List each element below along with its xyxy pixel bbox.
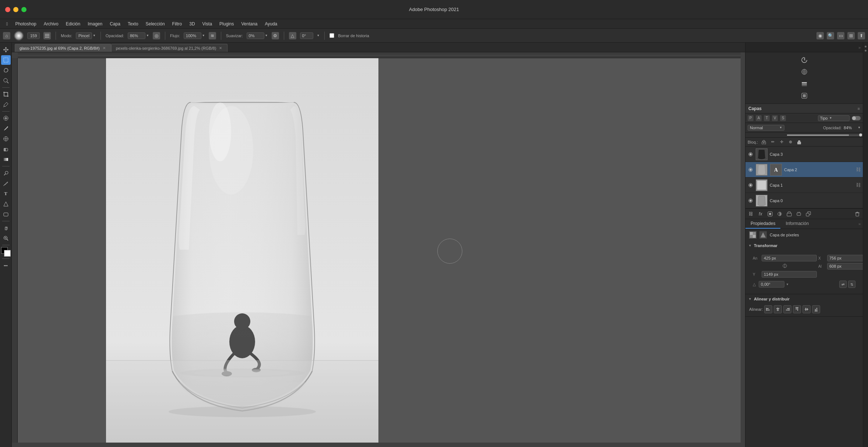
adjustments-icon[interactable] — [799, 91, 809, 101]
layers-small-icon[interactable] — [799, 79, 809, 89]
layer-vis-capa1[interactable] — [748, 182, 754, 188]
tool-zoom[interactable] — [1, 233, 11, 243]
angle-field[interactable] — [759, 281, 784, 288]
props-tab-info[interactable]: Información — [780, 219, 814, 229]
tool-brush[interactable] — [1, 124, 11, 133]
close-button[interactable] — [5, 7, 10, 12]
flujo-input[interactable] — [184, 32, 201, 39]
flip-h-btn[interactable]: ⇄ — [839, 281, 847, 288]
layer-vis-capa3[interactable] — [748, 151, 754, 157]
minimize-button[interactable] — [13, 7, 18, 12]
filter-smart-icon[interactable]: S — [780, 115, 786, 121]
filter-adjust-icon[interactable]: A — [756, 115, 762, 121]
panel-options-icon[interactable]: ≡ — [858, 106, 860, 111]
align-bottom-btn[interactable] — [812, 305, 820, 313]
menu-ayuda[interactable]: Ayuda — [261, 21, 280, 27]
layer-group-btn[interactable] — [786, 211, 793, 217]
layer-link-capa2[interactable]: ⛓ — [856, 167, 861, 172]
tab-active-close[interactable]: ✕ — [102, 46, 106, 50]
layer-delete-btn[interactable] — [854, 211, 861, 217]
tool-marquee[interactable] — [1, 55, 11, 65]
search-icon[interactable]: ◉ — [816, 32, 824, 39]
opacity-slider-row[interactable] — [745, 133, 863, 138]
tool-healing[interactable] — [1, 113, 11, 123]
menu-3d[interactable]: 3D — [186, 21, 198, 27]
menu-edicion[interactable]: Edición — [63, 21, 84, 27]
layer-vis-capa2[interactable] — [748, 167, 754, 173]
tool-pen[interactable] — [1, 179, 11, 188]
tool-convert-point[interactable] — [1, 199, 11, 209]
tool-dodge[interactable] — [1, 168, 11, 178]
layer-row-capa0[interactable]: Capa 0 — [745, 193, 863, 208]
flip-v-btn[interactable]: ⇅ — [848, 281, 855, 288]
menu-vista[interactable]: Vista — [199, 21, 215, 27]
menu-photoshop[interactable]: Photoshop — [12, 21, 39, 27]
opacity-dropdown[interactable]: ▼ — [128, 32, 149, 39]
borrar-historia-checkbox[interactable] — [329, 33, 334, 38]
lock-all-icon[interactable] — [796, 139, 802, 145]
x-input[interactable] — [827, 255, 863, 261]
filter-shape-icon[interactable]: V — [772, 115, 778, 121]
lock-position-icon[interactable]: ✛ — [779, 139, 784, 145]
color-icon[interactable] — [799, 67, 809, 77]
filter-text-icon[interactable]: T — [764, 115, 770, 121]
layer-adjustment-btn[interactable] — [776, 211, 783, 217]
layer-row-capa2[interactable]: A Capa 2 ⛓ — [745, 162, 863, 177]
mode-select[interactable]: Pincel — [76, 32, 92, 39]
transform-link-icon[interactable] — [753, 262, 817, 270]
align-center-h-btn[interactable] — [774, 305, 782, 313]
angle-input[interactable] — [300, 32, 313, 39]
layer-vis-capa0[interactable] — [748, 198, 754, 204]
layer-mask-btn[interactable] — [767, 211, 773, 217]
brush-options-icon[interactable] — [43, 32, 51, 39]
opacity-slider-handle[interactable] — [859, 134, 862, 137]
tool-eraser[interactable] — [1, 144, 11, 154]
filter-toggle[interactable] — [852, 116, 861, 120]
filter-pixel-icon[interactable]: P — [748, 115, 754, 121]
tool-crop[interactable] — [1, 89, 11, 99]
align-right-btn[interactable] — [783, 305, 791, 313]
lock-image-icon[interactable]: ✏ — [770, 139, 776, 145]
layer-link-btn[interactable]: ⛓ — [748, 211, 754, 217]
opacity-input[interactable] — [128, 32, 145, 39]
tool-clone[interactable] — [1, 134, 11, 144]
menu-seleccion[interactable]: Selección — [142, 21, 168, 27]
suavizar-dropdown[interactable]: ▼ — [247, 32, 268, 39]
menu-imagen[interactable]: Imagen — [84, 21, 106, 27]
apple-menu[interactable]:  — [3, 21, 11, 27]
tab-second-close[interactable]: ✕ — [218, 46, 223, 50]
gear-icon[interactable]: ⚙ — [272, 32, 279, 39]
smoothing-icon[interactable]: ≋ — [209, 32, 216, 39]
opacity-slider-track[interactable] — [787, 134, 861, 135]
canvas-viewport[interactable] — [12, 52, 745, 447]
tool-more[interactable]: ••• — [1, 261, 11, 270]
opacity-row-value[interactable]: 84% — [844, 126, 855, 130]
tool-text[interactable]: T — [1, 189, 11, 198]
layer-row-capa3[interactable]: Capa 3 — [745, 147, 863, 162]
layer-fx-btn[interactable]: fx — [757, 211, 764, 217]
menu-texto[interactable]: Texto — [124, 21, 142, 27]
history-icon[interactable] — [799, 55, 809, 65]
airbrush-icon[interactable]: ◎ — [153, 32, 160, 39]
home-icon[interactable]: ⌂ — [3, 32, 10, 39]
panel-collapse-btn[interactable]: » — [858, 45, 861, 50]
menu-archivo[interactable]: Archivo — [40, 21, 62, 27]
menu-ventana[interactable]: Ventana — [238, 21, 261, 27]
props-collapse-btn[interactable]: » — [858, 222, 861, 226]
filter-kind-select[interactable]: Tipo ▼ — [818, 115, 850, 121]
transform-section-header[interactable]: ▼ Transformar — [745, 241, 863, 250]
tool-shape[interactable] — [1, 210, 11, 219]
angle-dropdown-icon[interactable]: ▼ — [786, 283, 789, 286]
lock-transparent-icon[interactable] — [761, 139, 767, 145]
height-input[interactable] — [827, 263, 863, 270]
suavizar-input[interactable] — [247, 32, 264, 39]
brush-size-button[interactable]: 159 — [27, 32, 40, 39]
menu-capa[interactable]: Capa — [106, 21, 124, 27]
tool-hand[interactable] — [1, 223, 11, 233]
tool-eyedropper[interactable] — [1, 100, 11, 109]
align-center-v-btn[interactable] — [802, 305, 811, 313]
tool-quick-select[interactable] — [1, 76, 11, 85]
align-section-header[interactable]: ▼ Alinear y distribuir — [745, 294, 863, 304]
width-input[interactable] — [762, 255, 817, 261]
layer-row-capa1[interactable]: Capa 1 ⛓ — [745, 177, 863, 193]
